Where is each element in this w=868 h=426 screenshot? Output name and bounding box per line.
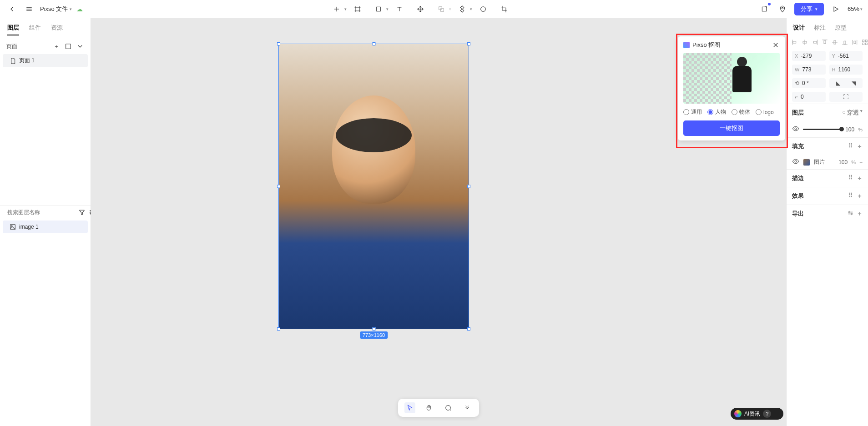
flip-h-icon[interactable]: ◣	[836, 80, 840, 86]
more-tools[interactable]	[462, 402, 473, 413]
resize-handle[interactable]	[372, 42, 375, 45]
component-tool[interactable]: ▾	[456, 3, 469, 15]
hamburger-menu[interactable]	[23, 3, 35, 15]
present-button[interactable]	[829, 3, 842, 15]
w-input[interactable]	[802, 66, 820, 73]
boolean-tool[interactable]: ▾	[435, 3, 448, 15]
pointer-tool[interactable]	[404, 402, 415, 413]
shape-tool[interactable]: ▾	[372, 3, 385, 15]
main: 图层 组件 资源 页面 ＋ 页面 1 image 1	[0, 18, 868, 426]
remove-fill-button[interactable]: −	[859, 159, 863, 165]
resize-handle[interactable]	[467, 185, 470, 188]
tab-assets[interactable]: 资源	[51, 24, 63, 34]
location-button[interactable]	[776, 3, 789, 15]
svg-rect-46	[844, 41, 846, 44]
bottom-toolbar	[398, 399, 479, 417]
resize-handle[interactable]	[277, 185, 280, 188]
tab-design[interactable]: 设计	[793, 24, 805, 32]
share-button[interactable]: 分享 ▾	[794, 3, 824, 15]
radio-person[interactable]: 人物	[707, 108, 726, 116]
search-input[interactable]	[7, 209, 76, 216]
svg-rect-40	[813, 41, 817, 43]
svg-marker-34	[408, 405, 412, 410]
align-bottom-icon[interactable]	[841, 38, 848, 46]
x-input[interactable]	[801, 53, 819, 59]
text-tool[interactable]	[393, 3, 406, 15]
tab-prototype[interactable]: 原型	[835, 24, 847, 32]
x-label: X	[795, 53, 798, 59]
align-top-icon[interactable]	[821, 38, 828, 46]
selected-image[interactable]: 773×1160	[278, 44, 469, 329]
file-name-dropdown[interactable]: Pixso 文件 ▾	[40, 5, 72, 13]
resize-handle[interactable]	[467, 42, 470, 45]
pixso-logo-icon	[683, 42, 690, 48]
y-input[interactable]	[838, 53, 856, 59]
align-right-icon[interactable]	[811, 38, 818, 46]
add-page-button[interactable]: ＋	[52, 42, 61, 50]
align-center-h-icon[interactable]	[801, 38, 808, 46]
slider-thumb[interactable]	[839, 127, 844, 131]
tab-annotate[interactable]: 标注	[814, 24, 826, 32]
add-stroke-button[interactable]: ＋	[857, 174, 863, 182]
flip-v-icon[interactable]: ◥	[852, 80, 856, 86]
resize-handle[interactable]	[372, 327, 375, 331]
add-effect-button[interactable]: ＋	[857, 192, 863, 200]
export-settings-icon[interactable]: ⇆	[848, 210, 853, 218]
right-tabs: 设计 标注 原型	[787, 18, 868, 35]
filter-icon[interactable]	[78, 209, 86, 216]
styles-icon[interactable]: ⠿	[848, 192, 853, 200]
layer-item[interactable]: image 1	[3, 221, 88, 233]
close-button[interactable]	[772, 41, 780, 49]
h-input[interactable]	[838, 66, 856, 73]
opacity-row: 100 %	[787, 121, 868, 137]
fill-opacity[interactable]: 100	[838, 159, 848, 165]
resize-handle[interactable]	[277, 327, 280, 331]
fill-swatch[interactable]	[803, 159, 810, 166]
hand-tool[interactable]	[424, 402, 434, 413]
cutout-panel-title: Pixso 抠图	[692, 41, 720, 49]
fill-visibility-icon[interactable]	[792, 158, 799, 166]
add-tool[interactable]: ▾	[330, 3, 343, 15]
add-fill-button[interactable]: ＋	[857, 142, 863, 150]
radio-general[interactable]: 通用	[683, 108, 702, 116]
styles-icon[interactable]: ⠿	[848, 174, 853, 182]
independent-corners-icon[interactable]: ⛶	[843, 94, 848, 100]
zoom-value: 65%	[848, 5, 859, 12]
svg-marker-19	[834, 6, 838, 11]
visibility-icon[interactable]	[792, 125, 799, 134]
tidy-icon[interactable]	[861, 38, 868, 46]
opacity-value: 100	[845, 126, 854, 133]
corner-input[interactable]	[801, 94, 819, 100]
pages-folder-icon[interactable]	[64, 42, 72, 50]
plugin-button[interactable]	[758, 3, 771, 15]
blend-mode-dropdown[interactable]: ○穿透▾	[842, 109, 863, 117]
resize-handle[interactable]	[277, 42, 280, 45]
watermark-badge: AI资讯 ?	[731, 408, 783, 420]
zoom-dropdown[interactable]: 65% ▾	[848, 5, 863, 12]
back-button[interactable]	[5, 3, 18, 15]
align-center-v-icon[interactable]	[831, 38, 838, 46]
fill-type[interactable]: 图片	[814, 158, 825, 166]
comment-tool[interactable]	[443, 402, 454, 413]
add-export-button[interactable]: ＋	[857, 210, 863, 218]
pages-collapse-button[interactable]	[76, 42, 84, 50]
tab-layers[interactable]: 图层	[7, 24, 19, 35]
radio-logo[interactable]: logo	[756, 109, 774, 115]
resize-handle[interactable]	[467, 327, 470, 331]
ellipse-tool[interactable]	[477, 3, 490, 15]
move-tool[interactable]	[414, 3, 427, 15]
tab-components[interactable]: 组件	[29, 24, 41, 34]
styles-icon[interactable]: ⠿	[848, 142, 853, 150]
align-left-icon[interactable]	[791, 38, 798, 46]
cutout-action-button[interactable]: 一键抠图	[683, 120, 780, 136]
page-item[interactable]: 页面 1	[3, 54, 88, 67]
frame-tool[interactable]	[351, 3, 364, 15]
distribute-icon[interactable]	[851, 38, 858, 46]
canvas[interactable]: 773×1160 Pixso 抠图 通用 人物 物体	[91, 18, 786, 426]
opacity-slider[interactable]	[803, 129, 842, 130]
radio-object[interactable]: 物体	[732, 108, 750, 116]
crop-tool[interactable]	[498, 3, 510, 15]
rotation-input[interactable]	[802, 80, 820, 86]
position-props: X Y W H ⟲ ◣◥ ⌐ ⛶	[787, 49, 868, 104]
left-panel: 图层 组件 资源 页面 ＋ 页面 1 image 1	[0, 18, 91, 426]
